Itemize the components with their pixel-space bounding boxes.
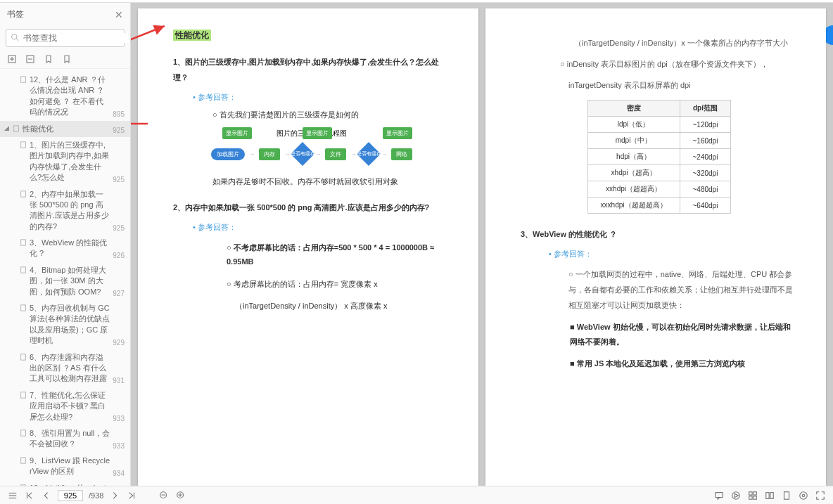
svg-rect-17 [21,458,26,463]
grid-icon[interactable] [747,490,758,501]
cell-density: hdpi（高） [587,149,680,165]
bookmark-item[interactable]: ◢性能优化925 [0,121,130,137]
q3-bullet-2: ■ 常用 JS 本地化及延迟加载，使用第三方浏览内核 [570,356,798,371]
cell-density: xxhdpi（超超高） [587,181,680,198]
r-line3: inTargetDensity 表示目标屏幕的 dpi [568,77,798,93]
q1-sub1: ○ 首先我们要清楚图片的三级缓存是如何的 [212,110,450,120]
svg-rect-9 [21,142,26,148]
table-head-row: 密度 dpi范围 [587,101,731,117]
page-left: 性能优化 1、图片的三级缓存中,图片加载到内存中,如果内存快爆了,会发生什么？怎… [138,8,478,486]
bookmark-item[interactable]: 10、ListView 的 adapter 是什么 adapter936 [0,480,130,486]
bookmark-item[interactable]: 1、图片的三级缓存中,图片加载到内存中,如果内存快爆了,会发生什么?怎么处925 [0,137,130,186]
bookmarks-panel: 书签 ✕ 12、什么是 ANR ？什么情况会出现 ANR ？如何避免 ？ 在不看… [0,3,131,486]
cell-dpi: ~320dpi [680,165,731,181]
bookmarks-title: 书签 [7,8,24,20]
svg-rect-15 [21,392,26,398]
q2-sub2b: （inTargetDensity / inDensity） x 高度像素 x [235,299,450,314]
flow-top-3: 显示图片 [383,127,412,139]
svg-point-0 [12,34,18,40]
arrow-icon: → [284,151,290,157]
bookmark-item[interactable]: 8、强引用置为 null，会不会被回收？933 [0,425,130,453]
search-box[interactable] [6,29,125,47]
svg-point-42 [802,494,805,497]
page-icon [20,141,27,148]
bookmark-item[interactable]: 9、ListView 跟 RecyclerView 的区别934 [0,453,130,480]
bookmark-text: 9、ListView 跟 RecyclerView 的区别 [30,455,110,477]
play-icon[interactable] [730,490,742,501]
q2-answer-label: • 参考回答： [193,222,450,233]
svg-rect-16 [21,430,26,436]
table-row: xxxhdpi（超超超高）~640dpi [587,198,731,214]
expand-all-icon[interactable] [7,54,17,64]
svg-rect-12 [21,267,26,273]
bookmark-item[interactable]: 3、WebView 的性能优化 ?926 [0,235,130,262]
close-icon[interactable]: ✕ [115,9,123,20]
bookmark-item[interactable]: 7、性能优化,怎么保证应用启动不卡顿? 黑白屏怎么处理?933 [0,387,130,425]
zoom-out-icon[interactable] [158,490,170,501]
bookmark-text: 性能优化 [23,124,110,134]
svg-rect-8 [14,125,19,131]
cell-density: mdpi（中） [587,133,680,149]
svg-rect-41 [784,491,789,499]
status-bar: /938 [0,486,833,504]
q1-bottom: 如果内存足够时不回收。内存不够时就回收软引用对象 [212,176,450,187]
zoom-in-icon[interactable] [175,490,186,501]
document-viewer[interactable]: 性能优化 1、图片的三级缓存中,图片加载到内存中,如果内存快爆了,会发生什么？怎… [131,3,833,486]
th-dpi: dpi范围 [680,101,731,117]
cell-dpi: ~240dpi [680,149,731,165]
two-page-icon[interactable] [764,490,775,501]
svg-line-1 [16,39,18,41]
bookmark-text: 5、内存回收机制与 GC 算法(各种算法的优缺点以及应用场景)；GC 原理时机 [30,303,110,347]
last-page-icon[interactable] [126,490,137,501]
svg-rect-32 [716,492,723,497]
next-page-icon[interactable] [109,490,120,501]
fullscreen-icon[interactable] [815,490,826,501]
q1-answer-label: • 参考回答： [193,92,450,103]
bookmark-page: 933 [113,442,125,450]
q3-title: 3、WebView 的性能优化 ？ [521,226,798,242]
svg-rect-10 [21,190,26,196]
page-icon [20,190,27,198]
page-icon [20,457,27,464]
page-right: （inTargetDensity / inDensity）x 一个像素所占的内存… [485,8,826,486]
contents-icon[interactable] [7,490,18,501]
settings-icon[interactable] [798,490,809,501]
bookmark-text: 12、什么是 ANR ？什么情况会出现 ANR ？如何避免 ？ 在不看代码的情况… [30,75,110,118]
flow-decision-1: 是否有缓存 [291,142,314,166]
single-page-icon[interactable] [781,490,792,501]
q1-title: 1、图片的三级缓存中,图片加载到内存中,如果内存快爆了,会发生什么？怎么处理？ [173,54,450,85]
q3-answer-label: • 参考回答： [549,249,798,259]
page-total: /938 [89,491,103,500]
bookmark-item[interactable]: 2、内存中如果加载一张 500*500 的 png 高清图片.应该是占用多少的内… [0,186,130,235]
cell-dpi: ~160dpi [680,133,731,149]
first-page-icon[interactable] [24,490,35,501]
bookmark-item[interactable]: 12、什么是 ANR ？什么情况会出现 ANR ？如何避免 ？ 在不看代码的情况… [0,72,130,121]
bookmarks-header: 书签 ✕ [0,3,130,26]
bookmark-icon[interactable] [44,54,53,64]
page-icon [13,125,20,132]
svg-rect-37 [749,496,752,498]
bookmark-item[interactable]: 4、Bitmap 如何处理大图，如一张 30M 的大图，如何预防 OOM?927 [0,262,130,300]
page-icon [20,239,27,246]
bookmark-tree[interactable]: 12、什么是 ANR ？什么情况会出现 ANR ？如何避免 ？ 在不看代码的情况… [0,69,130,486]
page-number-input[interactable] [58,490,83,501]
q2-sub2a: ○ 考虑屏幕比的的话：占用内存= 宽度像素 x [227,278,450,292]
svg-rect-18 [21,484,26,486]
bookmark-alt-icon[interactable] [62,54,72,64]
r-line1: （inTargetDensity / inDensity）x 一个像素所占的内存… [574,35,798,51]
q2-sub1: ○ 不考虑屏幕比的话：占用内存=500 * 500 * 4 = 1000000B… [227,241,450,269]
bookmark-page: 926 [113,252,125,259]
comment-icon[interactable] [713,490,725,501]
prev-page-icon[interactable] [41,490,52,501]
bookmark-item[interactable]: 6、内存泄露和内存溢出的区别 ？AS 有什么工具可以检测内存泄露931 [0,349,130,387]
bookmark-item[interactable]: 5、内存回收机制与 GC 算法(各种算法的优缺点以及应用场景)；GC 原理时机9… [0,300,130,349]
collapse-all-icon[interactable] [25,54,35,64]
bookmark-text: 2、内存中如果加载一张 500*500 的 png 高清图片.应该是占用多少的内… [30,189,110,233]
arrow-icon: → [249,151,255,157]
bookmark-page: 931 [113,377,125,385]
flow-top-row: 显示图片 显示图片 显示图片 [222,127,412,139]
search-input[interactable] [23,33,129,43]
bookmark-page: 933 [113,415,125,422]
svg-rect-36 [753,491,756,494]
svg-rect-11 [21,240,26,245]
